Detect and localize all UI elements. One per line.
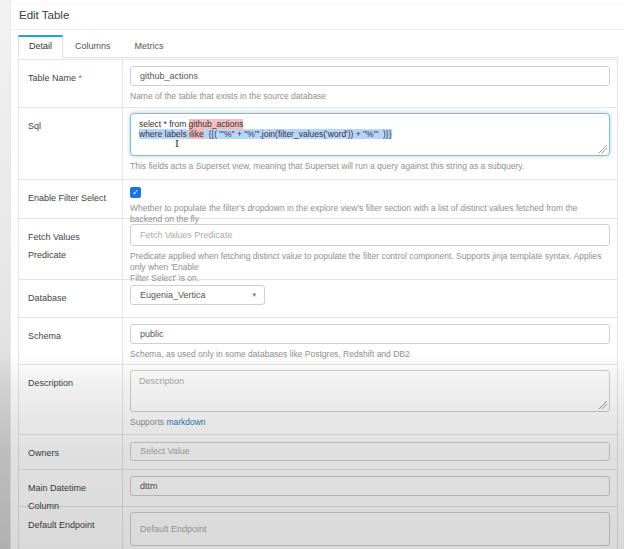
row-table-name: Table Name * Name of the table that exis… — [19, 59, 617, 107]
required-asterisk: * — [79, 73, 83, 83]
row-default-endpoint: Default Endpoint — [19, 506, 617, 549]
row-schema: Schema Schema, as used only in some data… — [19, 317, 617, 364]
table-name-label: Table Name * — [28, 73, 82, 83]
schema-help: Schema, as used only in some databases l… — [130, 349, 610, 360]
sql-line2-selection-b: {{( "'%" + "%'".join(filter_values('word… — [204, 129, 392, 139]
enable-filter-select-checkbox[interactable]: ✓ — [130, 187, 141, 198]
sql-textarea[interactable]: select * from github_actionswhere labels… — [130, 113, 610, 156]
sql-label: Sql — [28, 121, 41, 131]
sql-line2-selection-a: where labels — [139, 129, 189, 139]
markdown-link[interactable]: markdown — [166, 417, 205, 427]
tab-metrics[interactable]: Metrics — [123, 36, 176, 57]
row-enable-filter-select: Enable Filter Select ✓ Whether to popula… — [19, 179, 617, 218]
description-help: Supports markdown — [130, 417, 610, 428]
fetch-values-predicate-label: Fetch Values Predicate — [28, 232, 80, 260]
main-datetime-column-input[interactable] — [130, 476, 610, 496]
tab-bar: Detail Columns Metrics — [18, 35, 618, 58]
title-divider — [12, 29, 624, 30]
fetch-values-predicate-input[interactable] — [130, 224, 610, 246]
owners-input[interactable] — [130, 442, 610, 461]
text-cursor-icon: I — [175, 139, 179, 149]
edit-table-form: Table Name * Name of the table that exis… — [18, 59, 618, 549]
page-title: Edit Table — [19, 9, 69, 21]
database-select[interactable]: Eugenia_Vertica ▾ — [130, 285, 265, 305]
resize-handle-icon[interactable] — [599, 401, 607, 409]
left-margin-strip — [0, 0, 11, 549]
tab-columns[interactable]: Columns — [63, 36, 123, 57]
row-sql: Sql select * from github_actionswhere la… — [19, 107, 617, 179]
database-label: Database — [28, 293, 67, 303]
sql-help: This fields acts a Superset view, meanin… — [130, 161, 610, 172]
top-margin-strip — [11, 0, 624, 6]
schema-input[interactable] — [130, 324, 610, 344]
table-name-input[interactable] — [130, 66, 610, 86]
table-name-help: Name of the table that exists in the sou… — [130, 91, 610, 102]
owners-label: Owners — [28, 448, 59, 458]
resize-handle-icon[interactable] — [599, 145, 607, 153]
default-endpoint-input[interactable] — [130, 512, 610, 546]
enable-filter-select-label: Enable Filter Select — [28, 193, 106, 203]
tab-detail[interactable]: Detail — [18, 35, 63, 58]
default-endpoint-label: Default Endpoint — [28, 520, 95, 530]
row-owners: Owners — [19, 434, 617, 469]
sql-line1-misspelled-word: github_actions — [189, 119, 244, 129]
schema-label: Schema — [28, 331, 61, 341]
description-placeholder: Description — [139, 376, 184, 386]
description-textarea[interactable]: Description — [130, 370, 610, 412]
row-main-datetime-column: Main Datetime Column — [19, 469, 617, 506]
database-select-value: Eugenia_Vertica — [140, 290, 206, 300]
row-description: Description Description Supports markdow… — [19, 364, 617, 434]
row-fetch-values-predicate: Fetch Values Predicate Predicate applied… — [19, 218, 617, 279]
sql-line1-text: select * from — [139, 119, 189, 129]
edit-table-modal: Edit Table Detail Columns Metrics Table … — [0, 0, 624, 549]
sql-line2-misspelled-word: ilike — [189, 129, 204, 139]
row-database: Database Eugenia_Vertica ▾ — [19, 279, 617, 317]
description-label: Description — [28, 378, 73, 388]
chevron-down-icon: ▾ — [252, 286, 256, 304]
